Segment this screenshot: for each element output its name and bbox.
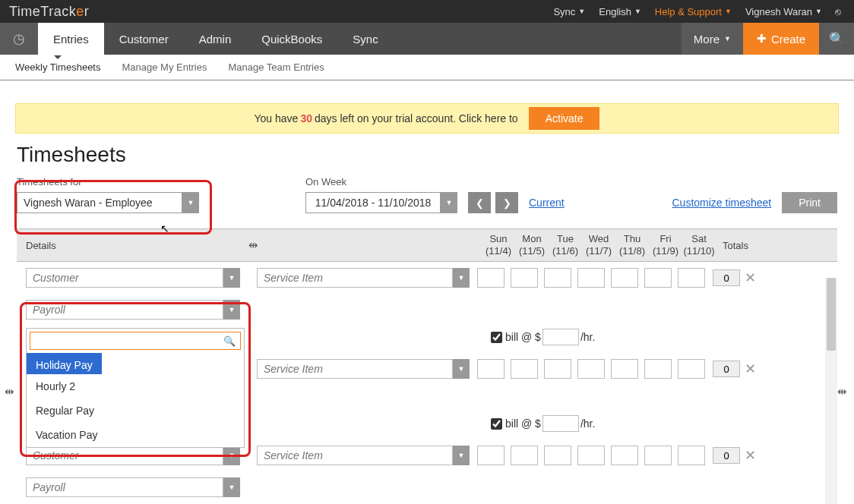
activate-button[interactable]: Activate [529, 107, 600, 130]
tab-customer[interactable]: Customer [104, 23, 184, 55]
current-link[interactable]: Current [529, 197, 565, 209]
subtab-weekly[interactable]: Weekly Timesheets [15, 61, 100, 73]
hours-wed[interactable] [577, 359, 605, 379]
service-item-input[interactable] [257, 446, 453, 465]
on-week-input[interactable] [305, 192, 441, 213]
banner-post: days left on your trial account. Click h… [315, 112, 518, 124]
logo-accent: e [76, 4, 84, 19]
dropdown-search-input[interactable] [35, 335, 223, 347]
on-week-label: On Week [305, 176, 457, 187]
col-sat: Sat(11/10) [682, 233, 716, 257]
sync-menu[interactable]: Sync▼ [553, 6, 585, 17]
chevron-down-icon[interactable]: ▼ [453, 359, 470, 379]
customer-input[interactable] [26, 446, 223, 465]
bill-checkbox[interactable] [491, 332, 502, 343]
service-item-input[interactable] [257, 268, 453, 288]
hours-sat[interactable] [678, 446, 705, 465]
logout-icon[interactable]: ⎋ [831, 6, 845, 17]
hours-sat[interactable] [678, 359, 705, 379]
bill-rate-input[interactable] [542, 415, 579, 432]
pane-resize-left-icon[interactable]: ⇹ [0, 383, 18, 401]
column-resize-icon[interactable]: ⇹ [245, 238, 261, 252]
more-menu[interactable]: More▼ [682, 23, 743, 55]
help-support-menu[interactable]: Help & Support▼ [655, 6, 732, 17]
bill-rate-input[interactable] [542, 329, 579, 345]
tab-admin[interactable]: Admin [184, 23, 247, 55]
service-item-select[interactable]: ▼ [257, 359, 470, 379]
bill-checkbox[interactable] [491, 418, 502, 430]
chevron-down-icon: ▼ [815, 8, 822, 15]
clock-icon[interactable]: ◷ [0, 23, 38, 55]
subtab-team-entries[interactable]: Manage Team Entries [228, 61, 324, 73]
chevron-down-icon: ▼ [725, 8, 732, 15]
col-thu: Thu(11/8) [615, 233, 649, 257]
dropdown-option-holiday-pay[interactable]: Holiday Pay [27, 353, 102, 374]
service-item-select[interactable]: ▼ [257, 446, 470, 465]
hours-thu[interactable] [611, 359, 638, 379]
create-button[interactable]: ✚Create [743, 23, 819, 55]
language-menu[interactable]: English▼ [599, 6, 641, 17]
hours-sat[interactable] [678, 268, 705, 288]
col-details: Details [17, 240, 245, 251]
chevron-down-icon[interactable]: ▼ [182, 192, 199, 213]
dropdown-option-vacation-pay[interactable]: Vacation Pay [27, 423, 244, 447]
print-button[interactable]: Print [782, 192, 837, 213]
hours-mon[interactable] [511, 268, 538, 288]
hours-mon[interactable] [511, 359, 538, 379]
chevron-down-icon[interactable]: ▼ [223, 446, 240, 465]
user-menu[interactable]: Vignesh Waran▼ [745, 6, 822, 17]
hours-sun[interactable] [477, 446, 504, 465]
chevron-down-icon[interactable]: ▼ [223, 477, 240, 497]
search-icon[interactable]: 🔍 [819, 23, 854, 55]
chevron-down-icon[interactable]: ▼ [223, 268, 240, 288]
chevron-down-icon[interactable]: ▼ [453, 268, 470, 288]
on-week-select[interactable]: ▼ [305, 192, 457, 213]
hours-sun[interactable] [477, 268, 504, 288]
timesheets-for-input[interactable] [17, 192, 182, 213]
hours-thu[interactable] [611, 446, 638, 465]
tab-entries[interactable]: Entries [38, 23, 104, 55]
prev-week-button[interactable]: ❮ [468, 192, 491, 213]
hours-mon[interactable] [511, 446, 538, 465]
delete-row-icon[interactable]: ✕ [745, 361, 756, 377]
subtab-my-entries[interactable]: Manage My Entries [122, 61, 207, 73]
chevron-down-icon[interactable]: ▼ [453, 446, 470, 465]
hours-fri[interactable] [644, 359, 672, 379]
scrollbar-thumb[interactable] [827, 278, 836, 351]
chevron-down-icon[interactable]: ▼ [441, 192, 457, 213]
hours-tue[interactable] [544, 268, 571, 288]
logo-text-a: TimeTrack [9, 4, 76, 19]
delete-row-icon[interactable]: ✕ [745, 269, 756, 286]
timesheets-for-select[interactable]: ▼ [17, 192, 305, 213]
payroll-row: ▼ [17, 471, 837, 503]
service-item-input[interactable] [257, 359, 453, 379]
next-week-button[interactable]: ❯ [495, 192, 518, 213]
col-sun: Sun(11/4) [482, 233, 515, 257]
customize-link[interactable]: Customize timesheet [672, 197, 771, 209]
hours-tue[interactable] [544, 359, 571, 379]
hours-sun[interactable] [477, 359, 504, 379]
customer-input[interactable] [26, 268, 223, 288]
hours-wed[interactable] [577, 268, 605, 288]
delete-row-icon[interactable]: ✕ [745, 447, 756, 464]
payroll-select[interactable]: ▼ [26, 477, 240, 497]
logo-text-c: r [84, 4, 90, 19]
payroll-input[interactable] [26, 477, 223, 497]
payroll-input[interactable] [26, 300, 223, 320]
logo: TimeTracker [9, 4, 89, 20]
hours-tue[interactable] [544, 446, 571, 465]
payroll-select[interactable]: ▼ [26, 300, 240, 320]
dropdown-option-hourly-2[interactable]: Hourly 2 [27, 374, 244, 398]
hours-wed[interactable] [577, 446, 605, 465]
tab-sync[interactable]: Sync [337, 23, 393, 55]
chevron-down-icon[interactable]: ▼ [223, 300, 240, 320]
hours-thu[interactable] [611, 268, 638, 288]
customer-select[interactable]: ▼ [26, 446, 240, 465]
tab-quickbooks[interactable]: QuickBooks [246, 23, 337, 55]
dropdown-option-regular-pay[interactable]: Regular Pay [27, 398, 244, 423]
vertical-scrollbar[interactable] [825, 278, 837, 504]
customer-select[interactable]: ▼ [26, 268, 240, 288]
hours-fri[interactable] [644, 268, 672, 288]
service-item-select[interactable]: ▼ [257, 268, 470, 288]
hours-fri[interactable] [644, 446, 672, 465]
